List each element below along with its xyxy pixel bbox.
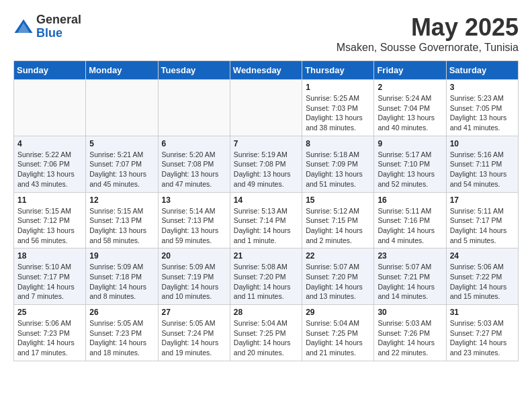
- day-number: 27: [162, 308, 226, 317]
- day-number: 31: [450, 308, 515, 317]
- calendar-day-cell: 13Sunrise: 5:14 AM Sunset: 7:13 PM Dayli…: [158, 192, 230, 248]
- calendar-day-cell: 29Sunrise: 5:04 AM Sunset: 7:25 PM Dayli…: [302, 305, 374, 361]
- day-number: 10: [450, 139, 515, 148]
- day-info: Sunrise: 5:12 AM Sunset: 7:15 PM Dayligh…: [306, 206, 370, 246]
- logo-icon: [13, 17, 34, 37]
- calendar-day-cell: 6Sunrise: 5:20 AM Sunset: 7:08 PM Daylig…: [158, 136, 230, 192]
- day-info: Sunrise: 5:07 AM Sunset: 7:21 PM Dayligh…: [378, 262, 442, 302]
- calendar-day-cell: 31Sunrise: 5:03 AM Sunset: 7:27 PM Dayli…: [446, 305, 518, 361]
- day-number: 13: [162, 195, 226, 205]
- day-number: 29: [306, 308, 370, 317]
- calendar-day-cell: 16Sunrise: 5:11 AM Sunset: 7:16 PM Dayli…: [374, 192, 446, 248]
- title-section: May 2025 Msaken, Sousse Governorate, Tun…: [337, 13, 519, 54]
- day-of-week-header: Wednesday: [230, 61, 302, 80]
- calendar-week-row: 18Sunrise: 5:10 AM Sunset: 7:17 PM Dayli…: [14, 248, 519, 305]
- day-number: 5: [89, 139, 154, 148]
- day-number: 8: [306, 139, 370, 148]
- calendar-day-cell: 5Sunrise: 5:21 AM Sunset: 7:07 PM Daylig…: [86, 136, 158, 192]
- day-number: 2: [378, 83, 442, 92]
- day-number: 26: [89, 308, 154, 317]
- calendar-day-cell: 27Sunrise: 5:05 AM Sunset: 7:24 PM Dayli…: [158, 305, 230, 361]
- day-info: Sunrise: 5:09 AM Sunset: 7:19 PM Dayligh…: [162, 262, 226, 302]
- day-number: 12: [89, 195, 154, 205]
- day-number: 28: [234, 308, 298, 317]
- day-number: 6: [162, 139, 226, 148]
- calendar-week-row: 4Sunrise: 5:22 AM Sunset: 7:06 PM Daylig…: [14, 136, 519, 192]
- calendar-table: SundayMondayTuesdayWednesdayThursdayFrid…: [13, 60, 519, 361]
- calendar-day-cell: 14Sunrise: 5:13 AM Sunset: 7:14 PM Dayli…: [230, 192, 302, 248]
- calendar-day-cell: [86, 80, 158, 136]
- calendar-week-row: 11Sunrise: 5:15 AM Sunset: 7:12 PM Dayli…: [14, 192, 519, 248]
- calendar-day-cell: 7Sunrise: 5:19 AM Sunset: 7:08 PM Daylig…: [230, 136, 302, 192]
- calendar-day-cell: 18Sunrise: 5:10 AM Sunset: 7:17 PM Dayli…: [14, 248, 86, 305]
- logo-general-text: General: [36, 13, 81, 27]
- day-info: Sunrise: 5:10 AM Sunset: 7:17 PM Dayligh…: [17, 262, 82, 302]
- day-info: Sunrise: 5:05 AM Sunset: 7:24 PM Dayligh…: [162, 318, 226, 358]
- day-of-week-header: Friday: [374, 61, 446, 80]
- day-number: 20: [162, 251, 226, 261]
- logo-blue-text: Blue: [36, 27, 81, 40]
- calendar-day-cell: 20Sunrise: 5:09 AM Sunset: 7:19 PM Dayli…: [158, 248, 230, 305]
- day-info: Sunrise: 5:13 AM Sunset: 7:14 PM Dayligh…: [234, 206, 298, 246]
- day-of-week-header: Saturday: [446, 61, 518, 80]
- calendar-day-cell: [158, 80, 230, 136]
- calendar-day-cell: 21Sunrise: 5:08 AM Sunset: 7:20 PM Dayli…: [230, 248, 302, 305]
- calendar-day-cell: [14, 80, 86, 136]
- day-info: Sunrise: 5:03 AM Sunset: 7:26 PM Dayligh…: [378, 318, 442, 358]
- calendar-day-cell: 3Sunrise: 5:23 AM Sunset: 7:05 PM Daylig…: [446, 80, 518, 136]
- page-header: General Blue May 2025 Msaken, Sousse Gov…: [13, 13, 519, 54]
- calendar-day-cell: 2Sunrise: 5:24 AM Sunset: 7:04 PM Daylig…: [374, 80, 446, 136]
- calendar-day-cell: 28Sunrise: 5:04 AM Sunset: 7:25 PM Dayli…: [230, 305, 302, 361]
- day-number: 11: [17, 195, 82, 205]
- day-number: 18: [17, 251, 82, 261]
- calendar-day-cell: 4Sunrise: 5:22 AM Sunset: 7:06 PM Daylig…: [14, 136, 86, 192]
- day-number: 16: [378, 195, 442, 205]
- day-number: 17: [450, 195, 515, 205]
- day-info: Sunrise: 5:15 AM Sunset: 7:12 PM Dayligh…: [17, 206, 82, 246]
- day-number: 4: [17, 139, 82, 148]
- day-info: Sunrise: 5:15 AM Sunset: 7:13 PM Dayligh…: [89, 206, 154, 246]
- day-info: Sunrise: 5:07 AM Sunset: 7:20 PM Dayligh…: [306, 262, 370, 302]
- day-number: 7: [234, 139, 298, 148]
- day-info: Sunrise: 5:08 AM Sunset: 7:20 PM Dayligh…: [234, 262, 298, 302]
- day-number: 22: [306, 251, 370, 261]
- day-of-week-header: Sunday: [14, 61, 86, 80]
- calendar-day-cell: 24Sunrise: 5:06 AM Sunset: 7:22 PM Dayli…: [446, 248, 518, 305]
- day-number: 24: [450, 251, 515, 261]
- day-info: Sunrise: 5:04 AM Sunset: 7:25 PM Dayligh…: [306, 318, 370, 358]
- calendar-header-row: SundayMondayTuesdayWednesdayThursdayFrid…: [14, 61, 519, 80]
- calendar-day-cell: 19Sunrise: 5:09 AM Sunset: 7:18 PM Dayli…: [86, 248, 158, 305]
- calendar-day-cell: 11Sunrise: 5:15 AM Sunset: 7:12 PM Dayli…: [14, 192, 86, 248]
- day-number: 1: [306, 83, 370, 92]
- day-info: Sunrise: 5:18 AM Sunset: 7:09 PM Dayligh…: [306, 150, 370, 189]
- calendar-day-cell: 12Sunrise: 5:15 AM Sunset: 7:13 PM Dayli…: [86, 192, 158, 248]
- day-number: 14: [234, 195, 298, 205]
- day-of-week-header: Tuesday: [158, 61, 230, 80]
- calendar-day-cell: 9Sunrise: 5:17 AM Sunset: 7:10 PM Daylig…: [374, 136, 446, 192]
- day-info: Sunrise: 5:11 AM Sunset: 7:16 PM Dayligh…: [378, 206, 442, 246]
- calendar-day-cell: 23Sunrise: 5:07 AM Sunset: 7:21 PM Dayli…: [374, 248, 446, 305]
- day-number: 15: [306, 195, 370, 205]
- day-of-week-header: Monday: [86, 61, 158, 80]
- day-info: Sunrise: 5:06 AM Sunset: 7:22 PM Dayligh…: [450, 262, 515, 302]
- day-number: 21: [234, 251, 298, 261]
- day-info: Sunrise: 5:14 AM Sunset: 7:13 PM Dayligh…: [162, 206, 226, 246]
- day-info: Sunrise: 5:20 AM Sunset: 7:08 PM Dayligh…: [162, 150, 226, 189]
- location-title: Msaken, Sousse Governorate, Tunisia: [337, 42, 519, 54]
- day-info: Sunrise: 5:19 AM Sunset: 7:08 PM Dayligh…: [234, 150, 298, 189]
- calendar-day-cell: 8Sunrise: 5:18 AM Sunset: 7:09 PM Daylig…: [302, 136, 374, 192]
- calendar-day-cell: 25Sunrise: 5:06 AM Sunset: 7:23 PM Dayli…: [14, 305, 86, 361]
- day-info: Sunrise: 5:22 AM Sunset: 7:06 PM Dayligh…: [17, 150, 82, 189]
- day-info: Sunrise: 5:16 AM Sunset: 7:11 PM Dayligh…: [450, 150, 515, 189]
- day-info: Sunrise: 5:21 AM Sunset: 7:07 PM Dayligh…: [89, 150, 154, 189]
- day-info: Sunrise: 5:17 AM Sunset: 7:10 PM Dayligh…: [378, 150, 442, 189]
- day-info: Sunrise: 5:11 AM Sunset: 7:17 PM Dayligh…: [450, 206, 515, 246]
- calendar-day-cell: 30Sunrise: 5:03 AM Sunset: 7:26 PM Dayli…: [374, 305, 446, 361]
- calendar-day-cell: 10Sunrise: 5:16 AM Sunset: 7:11 PM Dayli…: [446, 136, 518, 192]
- calendar-day-cell: 17Sunrise: 5:11 AM Sunset: 7:17 PM Dayli…: [446, 192, 518, 248]
- calendar-day-cell: 15Sunrise: 5:12 AM Sunset: 7:15 PM Dayli…: [302, 192, 374, 248]
- day-number: 25: [17, 308, 82, 317]
- calendar-week-row: 1Sunrise: 5:25 AM Sunset: 7:03 PM Daylig…: [14, 80, 519, 136]
- day-info: Sunrise: 5:04 AM Sunset: 7:25 PM Dayligh…: [234, 318, 298, 358]
- day-info: Sunrise: 5:24 AM Sunset: 7:04 PM Dayligh…: [378, 93, 442, 133]
